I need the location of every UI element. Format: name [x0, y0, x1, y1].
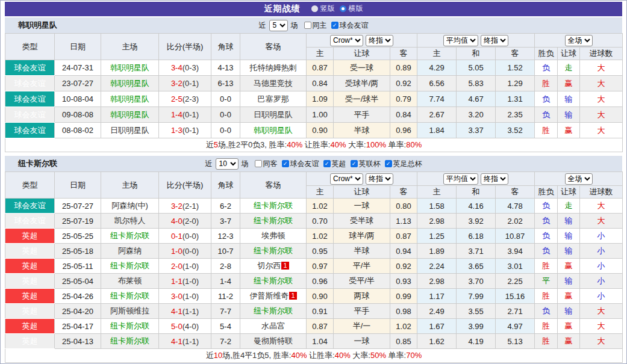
filter-checkbox[interactable]: 同客 [255, 159, 278, 169]
avg-home-cell: 7.74 [417, 91, 457, 107]
checkbox-checked-icon[interactable]: ✓ [351, 160, 358, 167]
result-label: 大 [597, 201, 605, 210]
result-label: 平 [542, 276, 550, 285]
filter-checkbox[interactable]: 同主 [304, 20, 327, 31]
summary-segment: 5 [214, 140, 218, 149]
result-label: 大 [597, 79, 605, 88]
sub-header: 让球 [334, 186, 390, 199]
match-date-cell: 09-08-08 [55, 107, 101, 123]
home-team-name: 韩职明星队 [110, 94, 149, 103]
match-type-label: 球会友谊 [14, 216, 46, 225]
page-title: 近期战绩 [264, 4, 301, 14]
odds-home-cell: 1.04 [307, 334, 334, 349]
result-label: 负 [542, 246, 550, 255]
avg-source-select[interactable]: 平均值 [443, 35, 478, 46]
checkbox-checked-icon[interactable]: ✓ [385, 160, 392, 167]
summary-segment: 50% [370, 351, 386, 360]
avg-value: 1.31 [507, 94, 522, 103]
home-team-name: 布莱顿 [118, 276, 142, 285]
score-cell: 0-1(0-0) [159, 229, 211, 244]
scope-select[interactable]: 全场 [565, 35, 593, 46]
odds-period-select[interactable]: 终指 [366, 35, 393, 46]
match-type-label: 球会友谊 [14, 94, 46, 103]
corner-cell: 12-3 [211, 229, 240, 244]
result-label: 赢 [565, 261, 573, 270]
avg-period-select[interactable]: 终指 [481, 173, 508, 185]
col-header-away: 客场 [240, 34, 307, 60]
away-team-name: 曼彻斯特联 [254, 336, 293, 345]
away-team-name: 纽卡斯尔联 [254, 201, 293, 210]
avg-source-select[interactable]: 平均值 [443, 173, 478, 185]
corner-count: 2-8 [220, 262, 231, 271]
match-row: 英超25-05-04布莱顿1-1(1-0)1-4纽卡斯尔联0.96受平/半0.9… [5, 274, 623, 289]
match-type-cell: 球会友谊 [5, 107, 55, 123]
result-label: 输 [565, 94, 573, 103]
checkbox-unchecked-icon[interactable] [304, 22, 311, 29]
checkbox-checked-icon[interactable]: ✓ [282, 160, 289, 167]
page-frame: 近期战绩 竖版横版 韩职明星队 近 5 场 同主✓球会友谊 类型 [0, 0, 627, 364]
home-team-name: 阿森纳 [118, 246, 142, 255]
handicap-cell: 半球 [334, 123, 390, 138]
match-date: 25-04-13 [62, 337, 93, 346]
match-count-select[interactable]: 5 [269, 20, 288, 31]
avg-value: 4.19 [468, 337, 483, 346]
avg-home-cell: 1.89 [417, 244, 457, 259]
radio-button-icon[interactable] [340, 5, 346, 12]
scope-select[interactable]: 全场 [565, 173, 593, 185]
home-team-name: 韩职明星队 [110, 79, 149, 88]
avg-period-select[interactable]: 终指 [481, 35, 508, 46]
filter-checkbox[interactable]: ✓英足总杯 [385, 159, 422, 169]
match-count-select[interactable]: 10 [216, 158, 239, 170]
avg-value: 2.98 [429, 217, 444, 226]
filter-checkbox[interactable]: ✓球会友谊 [331, 20, 369, 31]
home-team-cell: 布莱顿 [101, 274, 159, 289]
match-type-cell: 球会友谊 [5, 123, 55, 138]
match-date: 25-05-18 [62, 247, 93, 256]
filter-checkbox[interactable]: ✓英联杯 [351, 159, 381, 169]
odds-away-cell: 0.89 [390, 60, 417, 76]
match-date: 25-05-04 [62, 277, 93, 286]
sub-header: 胜负 [535, 186, 558, 199]
handicap-result-cell: 输 [558, 107, 580, 123]
win-lose-cell: 胜 [535, 319, 558, 334]
checkbox-unchecked-icon[interactable] [255, 160, 262, 167]
match-type-label: 英超 [22, 336, 38, 345]
match-date: 25-05-25 [62, 232, 93, 241]
sub-header: 主 [307, 48, 334, 60]
filter-checkbox[interactable]: ✓英超 [323, 159, 346, 169]
results-table: 类型 日期 主场 比分(半场) 角球 客场 Crow*终指 平均值终指 全场 主… [5, 33, 623, 152]
filter-checkbox[interactable]: ✓球会友谊 [282, 159, 319, 169]
full-time-score: 5-0 [171, 322, 182, 331]
odds-company-select[interactable]: Crow* [330, 173, 363, 185]
checkbox-checked-icon[interactable]: ✓ [331, 22, 338, 29]
view-mode-option[interactable]: 横版 [340, 4, 363, 14]
result-label: 输 [565, 231, 573, 240]
result-label: 小 [597, 276, 605, 285]
summary-segment: 让胜率: [302, 140, 330, 149]
away-team-cell: 托特纳姆热刺 [240, 60, 307, 76]
win-lose-cell: 胜 [535, 289, 558, 304]
result-label: 胜 [542, 336, 550, 345]
half-time-score: (0-3) [182, 63, 199, 72]
odds-period-select[interactable]: 终指 [366, 173, 393, 185]
odds-value: 0.90 [312, 126, 327, 135]
col-header-date: 日期 [55, 34, 101, 60]
home-team-cell: 韩职明星队 [101, 91, 159, 107]
match-date: 25-04-26 [62, 292, 93, 301]
odds-value: 0.94 [396, 247, 411, 256]
radio-button-icon[interactable] [311, 5, 318, 12]
away-team-cell: 巴塞罗那 [240, 91, 307, 107]
match-row: 英超25-04-26纽卡斯尔联3-0(1-0)11-2伊普斯维奇10.90两球0… [5, 289, 623, 304]
corner-count: 0-0 [220, 126, 231, 135]
match-row: 英超25-04-17纽卡斯尔联5-0(4-0)5-4水晶宫0.87半/一1.02… [5, 319, 623, 334]
checkbox-checked-icon[interactable]: ✓ [323, 160, 331, 167]
checkbox-label: 球会友谊 [290, 159, 319, 169]
half-time-score: (4-0) [182, 322, 199, 331]
corner-cell: 3-7 [211, 214, 240, 229]
col-header-score: 比分(半场) [159, 172, 211, 199]
avg-value: 3.65 [468, 262, 483, 271]
match-type-label: 球会友谊 [14, 110, 46, 119]
summary-segment: 80% [406, 140, 422, 149]
odds-company-select[interactable]: Crow* [330, 35, 363, 46]
view-mode-option[interactable]: 竖版 [311, 4, 335, 14]
